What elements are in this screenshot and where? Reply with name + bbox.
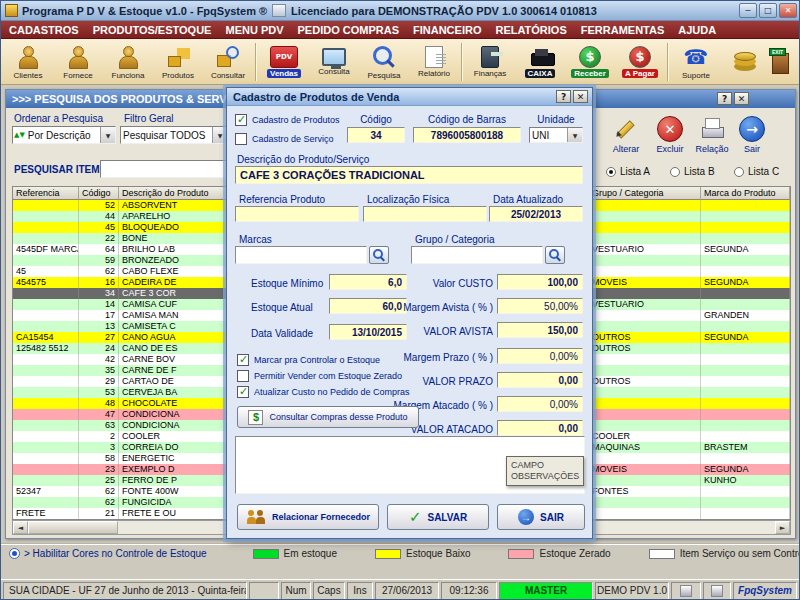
custo-field[interactable]: 100,00: [497, 274, 583, 290]
toolbar-button-a-pagar[interactable]: A Pagar: [615, 40, 665, 84]
column-header-referencia[interactable]: Referencia: [13, 187, 79, 200]
margem-avista-field[interactable]: 50,00%: [497, 298, 583, 314]
cell-cod: 62: [79, 497, 119, 508]
menu-item-menu-pdv[interactable]: MENU PDV: [225, 24, 283, 36]
action-relacao-button[interactable]: Relação: [692, 116, 732, 154]
cell-cod: 34: [79, 288, 119, 299]
search-help-button[interactable]: ?: [717, 92, 732, 105]
dollar-icon: $: [248, 410, 263, 425]
consultar-compras-button[interactable]: $ Consultar Compras desse Produto: [237, 406, 419, 428]
valor-prazo-field[interactable]: 0,00: [497, 372, 583, 388]
radio-lista-c[interactable]: Lista C: [734, 166, 779, 177]
search-item-input[interactable]: [100, 160, 230, 178]
cell-grupo: [589, 255, 701, 266]
dropdown-arrow-icon[interactable]: ▼: [212, 127, 227, 143]
dropdown-arrow-icon[interactable]: ▼: [100, 127, 115, 143]
atualizado-field[interactable]: 25/02/2013: [489, 206, 583, 222]
referencia-field[interactable]: [235, 206, 359, 222]
menu-item-relatorios[interactable]: RELATÓRIOS: [495, 24, 566, 36]
localizacao-field[interactable]: [363, 206, 487, 222]
checkbox-controlar-estoque[interactable]: Marcar pra Controlar o Estoque: [237, 354, 380, 366]
dollar-green-icon: [579, 46, 601, 68]
checkbox-vender-zerado[interactable]: Permitir Vender com Estoque Zerado: [237, 370, 402, 382]
toolbar-button-receber[interactable]: Receber: [565, 40, 615, 84]
modal-close-button[interactable]: ✕: [573, 90, 588, 103]
valor-atacado-field[interactable]: 0,00: [497, 420, 583, 436]
column-header-codigo[interactable]: Código: [79, 187, 119, 200]
unidade-combobox[interactable]: UNI ▼: [529, 127, 583, 143]
box-search-icon: [213, 44, 243, 70]
toolbar-label: Funciona: [112, 71, 145, 80]
valor-avista-field[interactable]: 150,00: [497, 322, 583, 338]
grupo-search-button[interactable]: [545, 246, 565, 264]
menu-item-produtos-estoque[interactable]: PRODUTOS/ESTOQUE: [93, 24, 212, 36]
menu-item-financeiro[interactable]: FINANCEIRO: [413, 24, 481, 36]
margem-prazo-field[interactable]: 0,00%: [497, 348, 583, 364]
filter-combobox[interactable]: Pesquisar TODOS ▼: [120, 126, 228, 144]
margem-atacado-field[interactable]: 0,00%: [497, 396, 583, 412]
cell-ref: [13, 420, 79, 431]
status-location: SUA CIDADE - UF 27 de Junho de 2013 - Qu…: [3, 582, 247, 600]
toolbar-button-fornece[interactable]: Fornece: [53, 40, 103, 84]
toolbar-button-produtos[interactable]: Produtos: [153, 40, 203, 84]
dropdown-arrow-icon[interactable]: ▼: [567, 128, 582, 142]
relacionar-fornecedor-button[interactable]: Relacionar Fornecedor: [237, 504, 379, 530]
toolbar-label: Vendas: [267, 69, 301, 78]
checkbox-cadastro-servico[interactable]: Cadastro de Serviço: [235, 133, 334, 145]
toolbar-button-pesquisa[interactable]: Pesquisa: [359, 40, 409, 84]
check-icon: ✓: [409, 510, 422, 524]
exit-icon[interactable]: EXIT: [767, 50, 793, 74]
grupo-field[interactable]: [411, 246, 543, 264]
toolbar-button-suporte[interactable]: Suporte: [671, 40, 721, 84]
action-excluir-button[interactable]: Excluir: [650, 116, 690, 154]
codigo-field[interactable]: 34: [347, 127, 405, 143]
maximize-button[interactable]: □: [759, 3, 777, 18]
scroll-left-arrow[interactable]: ◄: [13, 521, 28, 534]
toolbar-button-funciona[interactable]: Funciona: [103, 40, 153, 84]
coins-icon[interactable]: [731, 50, 759, 74]
close-button[interactable]: ✕: [779, 3, 797, 18]
radio-icon: [670, 167, 680, 177]
marcas-field[interactable]: [235, 246, 367, 264]
cell-marca: SEGUNDA: [701, 277, 790, 288]
legend-toggle[interactable]: > Habilitar Cores no Controle de Estoque: [9, 548, 207, 559]
barras-field[interactable]: 7896005800188: [413, 127, 521, 143]
toolbar-button-vendas[interactable]: PDVVendas: [259, 40, 309, 84]
column-header-marca-do-produto[interactable]: Marca do Produto: [701, 187, 790, 200]
toolbar-button-relatorio[interactable]: Relatório: [409, 40, 459, 84]
action-alterar-button[interactable]: Alterar: [606, 116, 646, 154]
menu-item-cadastros[interactable]: CADASTROS: [9, 24, 79, 36]
search-close-button[interactable]: ✕: [734, 92, 749, 105]
modal-help-button[interactable]: ?: [556, 90, 571, 103]
marcas-search-button[interactable]: [369, 246, 389, 264]
margem-avista-label: Margem Avista ( % ): [377, 302, 493, 313]
toolbar-button-financas[interactable]: Finanças: [465, 40, 515, 84]
toolbar-button-consulta[interactable]: Consulta: [309, 40, 359, 84]
legend-label: Em estoque: [284, 548, 337, 559]
cell-marca: [701, 266, 790, 277]
checkbox-cadastro-produtos[interactable]: Cadastro de Produtos: [235, 114, 340, 126]
menu-item-pedido-compras[interactable]: PEDIDO COMPRAS: [298, 24, 399, 36]
menu-item-ajuda[interactable]: AJUDA: [678, 24, 716, 36]
scroll-right-arrow[interactable]: ►: [775, 521, 790, 534]
relacionar-fornecedor-label: Relacionar Fornecedor: [272, 512, 370, 522]
salvar-button[interactable]: ✓ SALVAR: [387, 504, 489, 530]
toolbar-label: A Pagar: [622, 69, 658, 78]
checkbox-atualizar-custo[interactable]: Atualizar Custo no Pedido de Compras: [237, 386, 410, 398]
scroll-thumb[interactable]: [28, 521, 118, 534]
action-sair-button[interactable]: Sair: [732, 116, 772, 154]
order-label: Ordenar a Pesquisa: [14, 113, 103, 124]
order-combobox[interactable]: ▲▼ Por Descrição ▼: [12, 126, 116, 144]
checkbox-unchecked-icon: [237, 370, 249, 382]
descricao-field[interactable]: CAFE 3 CORAÇÕES TRADICIONAL: [235, 166, 583, 184]
toolbar-button-caixa[interactable]: CAIXA: [515, 40, 565, 84]
sair-button[interactable]: → SAIR: [497, 504, 585, 530]
cell-cod: 64: [79, 244, 119, 255]
radio-lista-a[interactable]: Lista A: [606, 166, 650, 177]
menu-item-ferramentas[interactable]: FERRAMENTAS: [581, 24, 665, 36]
radio-lista-b[interactable]: Lista B: [670, 166, 715, 177]
column-header-grupo-categoria[interactable]: Grupo / Categoria: [589, 187, 701, 200]
toolbar-button-clientes[interactable]: Clientes: [3, 40, 53, 84]
toolbar-button-consultar[interactable]: Consultar: [203, 40, 253, 84]
minimize-button[interactable]: ─: [739, 3, 757, 18]
